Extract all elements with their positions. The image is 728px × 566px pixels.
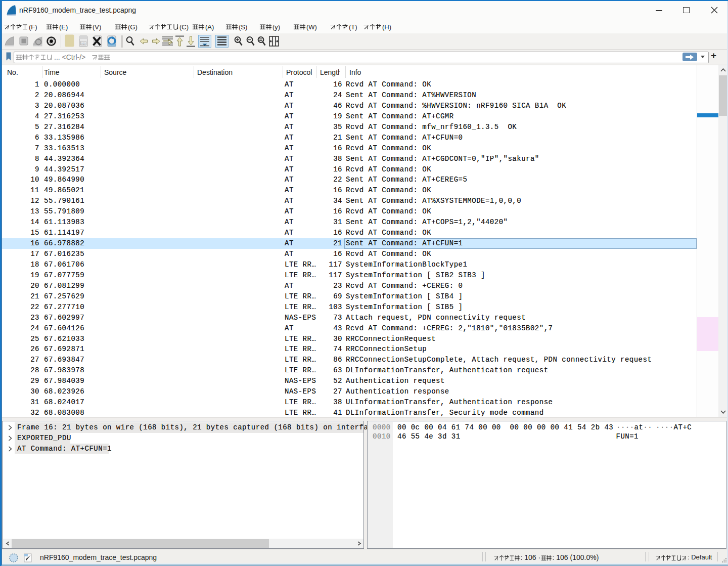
- svg-text:010: 010: [81, 42, 85, 45]
